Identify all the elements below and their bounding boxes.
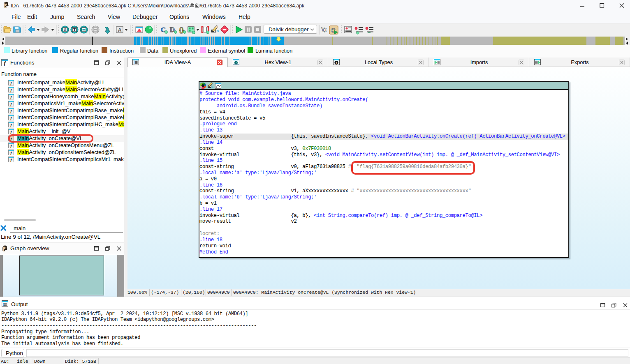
svg-text:A: A bbox=[118, 27, 122, 33]
svg-text:D: D bbox=[170, 26, 175, 34]
svg-text:C: C bbox=[322, 26, 327, 33]
svg-text:T: T bbox=[73, 28, 76, 32]
svg-text:t: t bbox=[336, 61, 337, 65]
svg-text:#: # bbox=[64, 28, 66, 32]
